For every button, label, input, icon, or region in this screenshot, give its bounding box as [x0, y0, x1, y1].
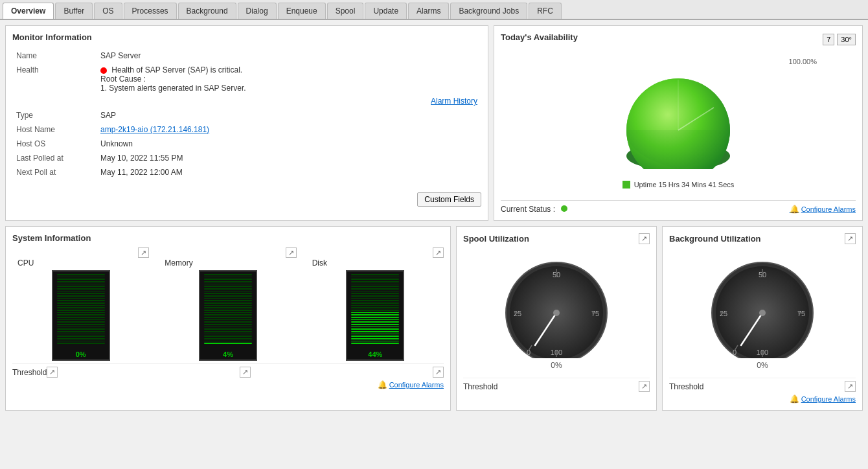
spool-threshold-row: Threshold ↗ — [463, 378, 650, 392]
svg-point-19 — [553, 310, 560, 316]
current-status-left: Current Status : — [501, 205, 567, 214]
availability-title: Today's Availability — [501, 32, 578, 42]
memory-bar-gauge: 4% — [199, 270, 257, 361]
cpu-expand-icon[interactable]: ↗ — [138, 247, 149, 258]
sysinfo-threshold-row: Threshold ↗ ↗ ↗ — [12, 363, 444, 378]
cpu-label: CPU — [17, 258, 34, 268]
spool-expand-icon[interactable]: ↗ — [639, 233, 650, 244]
health-text: Health of SAP Server (SAP) is critical. — [111, 65, 242, 74]
avail-30-btn[interactable]: 30° — [837, 34, 856, 45]
info-row-nextpoll: Next Poll at May 11, 2022 12:00 AM — [12, 165, 481, 179]
background-util-panel: Background Utilization ↗ 50 75 25 — [662, 226, 863, 411]
pie-chart-area: 100.00% — [501, 51, 856, 195]
alarm-history-link[interactable]: Alarm History — [431, 97, 477, 106]
name-value: SAP Server — [97, 49, 481, 63]
svg-text:75: 75 — [797, 310, 805, 317]
hostos-label: Host OS — [12, 137, 97, 151]
svg-text:75: 75 — [591, 310, 599, 317]
avail-7-btn[interactable]: 7 — [823, 34, 834, 45]
bgutil-configure-alarms-link[interactable]: Configure Alarms — [801, 395, 856, 403]
cpu-percent-display: 0% — [53, 350, 109, 358]
disk-gauge-item: ↗ Disk — [307, 248, 444, 361]
legend-green-square — [622, 181, 630, 189]
bgutil-dial-container: 50 75 25 100 0 0% — [669, 249, 856, 375]
uptime-label: Uptime 15 Hrs 34 Mins 41 Secs — [634, 181, 735, 189]
pie-chart-svg — [613, 72, 743, 169]
sysinfo-bell-icon: 🔔 — [378, 380, 387, 389]
tab-dialog[interactable]: Dialog — [238, 3, 277, 19]
spool-header: Spool Utilization ↗ — [463, 233, 650, 244]
tab-os[interactable]: OS — [94, 3, 122, 19]
root-cause-label: Root Cause : — [100, 74, 146, 84]
info-row-name: Name SAP Server — [12, 49, 481, 63]
tab-background[interactable]: Background — [178, 3, 236, 19]
monitor-info-panel: Monitor Information Name SAP Server Heal… — [5, 25, 488, 221]
type-label: Type — [12, 108, 97, 122]
tab-buffer[interactable]: Buffer — [55, 3, 93, 19]
cpu-gauge-item: ↗ CPU — [12, 248, 149, 361]
svg-text:25: 25 — [720, 310, 727, 317]
sysinfo-configure-alarms: 🔔 Configure Alarms — [12, 380, 444, 389]
hostname-link[interactable]: amp-2k19-aio (172.21.146.181) — [100, 125, 209, 134]
info-row-type: Type SAP — [12, 108, 481, 122]
tab-background-jobs[interactable]: Background Jobs — [450, 3, 527, 19]
info-row-hostname: Host Name amp-2k19-aio (172.21.146.181) — [12, 122, 481, 137]
threshold-expand-1[interactable]: ↗ — [47, 367, 58, 378]
bgutil-threshold-label: Threshold — [669, 382, 703, 391]
top-row: Monitor Information Name SAP Server Heal… — [5, 25, 863, 221]
bgutil-configure-alarms: 🔔 Configure Alarms — [669, 395, 856, 404]
custom-fields-button[interactable]: Custom Fields — [417, 192, 481, 207]
threshold-expand-3[interactable]: ↗ — [433, 367, 444, 378]
threshold-label: Threshold — [12, 368, 47, 377]
gauges-row: ↗ CPU — [12, 248, 444, 361]
bgutil-threshold-expand[interactable]: ↗ — [845, 381, 856, 392]
current-status-label: Current Status : — [501, 205, 555, 214]
bgutil-bell-icon: 🔔 — [790, 395, 799, 404]
name-label: Name — [12, 49, 97, 63]
info-row-health: Health Health of SAP Server (SAP) is cri… — [12, 63, 481, 108]
lastpolled-value: May 10, 2022 11:55 PM — [97, 151, 481, 165]
spool-panel: Spool Utilization ↗ 50 — [456, 226, 657, 411]
bell-icon: 🔔 — [790, 205, 799, 214]
spool-dial-container: 50 75 25 100 0 0% — [463, 249, 650, 375]
memory-label: Memory — [165, 258, 192, 268]
tab-alarms[interactable]: Alarms — [408, 3, 449, 19]
nextpoll-value: May 11, 2022 12:00 AM — [97, 165, 481, 179]
monitor-info-table: Name SAP Server Health Health of SAP Ser… — [12, 49, 481, 179]
memory-gauge-item: ↗ Memory — [159, 248, 296, 361]
sysinfo-configure-alarms-link[interactable]: Configure Alarms — [389, 381, 444, 389]
root-cause-detail: 1. System alerts generated in SAP Server… — [100, 84, 246, 93]
svg-point-33 — [759, 310, 766, 316]
bgutil-header: Background Utilization ↗ — [669, 233, 856, 244]
spool-title: Spool Utilization — [463, 234, 529, 244]
spool-threshold-expand[interactable]: ↗ — [639, 381, 650, 392]
tab-spool[interactable]: Spool — [327, 3, 364, 19]
spool-gauge-svg: 50 75 25 100 0 — [501, 255, 611, 358]
alarm-history-container: Alarm History — [100, 97, 477, 106]
svg-text:25: 25 — [514, 310, 521, 317]
disk-percent-display: 44% — [347, 350, 403, 358]
bottom-row: System Information ↗ CPU — [5, 226, 863, 411]
configure-alarms-link[interactable]: 🔔 Configure Alarms — [790, 205, 856, 214]
lastpolled-label: Last Polled at — [12, 151, 97, 165]
bgutil-percent: 0% — [757, 361, 768, 370]
avail-controls: 7 30° — [823, 34, 856, 45]
bgutil-expand-icon[interactable]: ↗ — [845, 233, 856, 244]
tab-update[interactable]: Update — [365, 3, 407, 19]
memory-percent-display: 4% — [200, 350, 256, 358]
spool-threshold-label: Threshold — [463, 382, 497, 391]
sysinfo-title: System Information — [12, 233, 91, 243]
disk-bar-gauge: 44% — [346, 270, 404, 361]
disk-label: Disk — [312, 258, 327, 268]
threshold-expand-2[interactable]: ↗ — [240, 367, 251, 378]
tab-processes[interactable]: Processes — [124, 3, 177, 19]
monitor-info-title: Monitor Information — [12, 32, 481, 42]
hostos-value: Unknown — [97, 137, 481, 151]
tab-overview[interactable]: Overview — [3, 3, 54, 19]
cpu-bar-gauge: 0% — [52, 270, 110, 361]
memory-expand-icon[interactable]: ↗ — [286, 247, 297, 258]
tab-rfc[interactable]: RFC — [529, 3, 562, 19]
tab-enqueue[interactable]: Enqueue — [278, 3, 326, 19]
disk-expand-icon[interactable]: ↗ — [433, 247, 444, 258]
bgutil-title: Background Utilization — [669, 234, 761, 244]
